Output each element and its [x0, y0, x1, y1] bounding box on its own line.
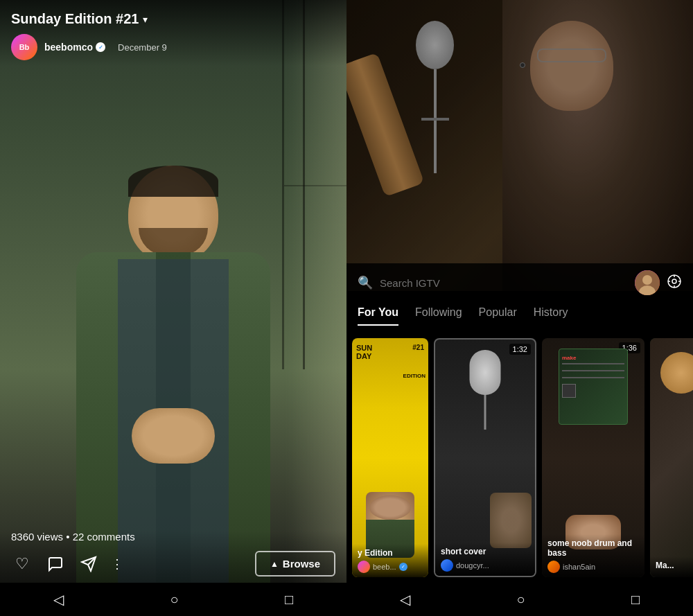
right-igtv-panel: 🔍 For You Following — [346, 0, 693, 616]
settings-icon[interactable] — [667, 274, 682, 292]
dropdown-icon[interactable]: ▾ — [143, 14, 148, 25]
window-light — [291, 0, 346, 616]
browse-button[interactable]: ▲ Browse — [255, 551, 335, 577]
card-1-channel-row: dougcyr... — [441, 559, 529, 572]
right-video-overlay — [346, 0, 693, 291]
svg-point-3 — [642, 275, 652, 285]
card-edition-text: EDITION — [403, 373, 426, 379]
more-options-icon[interactable]: ⋮ — [111, 556, 123, 572]
video-header: Sunday Edition #21 ▾ Bb beebomco ✓ Decem… — [0, 0, 346, 66]
tab-following[interactable]: Following — [415, 298, 462, 326]
card-bg-person — [490, 493, 532, 548]
card-0-channel-row: beeb... ✓ — [358, 561, 423, 573]
card-0-avatar — [358, 561, 370, 573]
tab-for-you[interactable]: For You — [358, 298, 398, 326]
svg-point-6 — [672, 279, 676, 283]
title-row: Sunday Edition #21 ▾ — [11, 11, 335, 27]
search-input[interactable] — [380, 277, 628, 289]
card-2-avatar — [547, 561, 560, 573]
card-1-bottom: short cover dougcyr... — [435, 543, 535, 576]
card-2-bottom: some noob drum and bass ishan5ain — [542, 534, 644, 577]
video-card-sunday[interactable]: SUNDAY #21 EDITION y Edition beeb... ✓ — [352, 338, 428, 577]
card-label: SUNDAY — [356, 344, 372, 360]
person-hands — [132, 408, 215, 464]
verified-badge: ✓ — [96, 42, 105, 52]
card-0-title: y Edition — [358, 548, 423, 558]
video-date: December 9 — [118, 42, 167, 53]
share-icon[interactable] — [78, 553, 100, 575]
video-cards-row: SUNDAY #21 EDITION y Edition beeb... ✓ — [346, 333, 693, 583]
card-2-channel-row: ishan5ain — [547, 561, 639, 573]
card-1-avatar — [441, 559, 453, 572]
video-card-drum[interactable]: 1:36 make some noob drum and bass ishan5… — [542, 338, 644, 577]
tab-popular[interactable]: Popular — [479, 298, 517, 326]
channel-name[interactable]: beebomco ✓ — [44, 42, 105, 53]
video-card-ma[interactable]: Ma... — [650, 338, 693, 577]
recents-nav-icon[interactable]: □ — [285, 592, 293, 608]
video-title: Sunday Edition #21 — [11, 11, 139, 27]
video-card-mic[interactable]: 1:32 short cover dougcyr... — [434, 338, 536, 577]
card-circuit: make — [559, 349, 628, 425]
person-head — [128, 166, 218, 263]
card-1-title: short cover — [441, 547, 529, 556]
card-mic-visual — [466, 350, 505, 433]
channel-avatar[interactable]: Bb — [11, 34, 37, 60]
search-icon: 🔍 — [358, 275, 373, 290]
back-nav-icon[interactable]: ◁ — [53, 591, 64, 608]
action-bar: ♡ ⋮ ▲ Browse — [11, 551, 335, 577]
card-3-title: Ma... — [656, 561, 693, 570]
card-1-duration: 1:32 — [509, 344, 531, 355]
comment-icon[interactable] — [44, 553, 67, 575]
card-2-channel: ishan5ain — [563, 563, 595, 571]
tabs-row: For You Following Popular History — [346, 298, 693, 326]
tab-history[interactable]: History — [534, 298, 568, 326]
right-home-nav[interactable]: ○ — [516, 592, 525, 608]
right-recents-nav[interactable]: □ — [631, 592, 640, 608]
card-content: SUNDAY #21 EDITION — [352, 338, 428, 577]
card-0-channel: beeb... — [373, 563, 396, 571]
card-2-title: some noob drum and bass — [547, 538, 639, 558]
card-0-bottom: y Edition beeb... ✓ — [352, 544, 428, 577]
like-icon[interactable]: ♡ — [11, 553, 33, 575]
nav-bar-left: ◁ ○ □ — [0, 583, 346, 616]
card-1-channel: dougcyr... — [456, 561, 489, 570]
card-3-bottom: Ma... — [650, 556, 693, 577]
channel-row: Bb beebomco ✓ December 9 — [11, 34, 335, 60]
home-nav-icon[interactable]: ○ — [170, 592, 178, 608]
card-edition: #21 — [412, 344, 424, 351]
right-back-nav[interactable]: ◁ — [400, 591, 410, 608]
nav-bar-right: ◁ ○ □ — [346, 583, 693, 616]
left-video-panel: Sunday Edition #21 ▾ Bb beebomco ✓ Decem… — [0, 0, 346, 616]
user-avatar[interactable] — [635, 270, 660, 295]
search-bar: 🔍 — [346, 263, 693, 302]
views-comments: 8360 views • 22 comments — [11, 531, 335, 543]
browse-up-arrow-icon: ▲ — [270, 559, 279, 569]
card-0-verified-badge: ✓ — [399, 563, 407, 571]
